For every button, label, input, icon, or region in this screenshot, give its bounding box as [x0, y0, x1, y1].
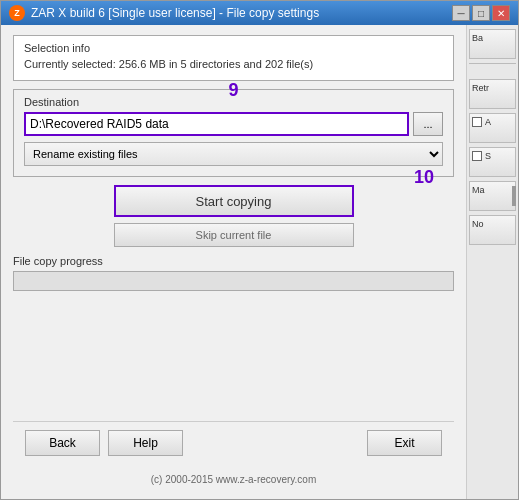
- destination-group: 9 Destination ... Rename existing files: [13, 89, 454, 177]
- selection-info-label: Selection info: [24, 42, 443, 54]
- title-controls: ─ □ ✕: [452, 5, 510, 21]
- app-icon: Z: [9, 5, 25, 21]
- step-10-number: 10: [414, 167, 434, 188]
- main-window: Z ZAR X build 6 [Single user license] - …: [0, 0, 519, 500]
- maximize-button[interactable]: □: [472, 5, 490, 21]
- bottom-bar: Back Help Exit: [13, 421, 454, 464]
- start-copy-button[interactable]: Start copying: [114, 185, 354, 217]
- sidebar-item-s[interactable]: S: [469, 147, 516, 177]
- copyright-text: (c) 2000-2015 www.z-a-recovery.com: [13, 472, 454, 489]
- skip-current-button[interactable]: Skip current file: [114, 223, 354, 247]
- minimize-button[interactable]: ─: [452, 5, 470, 21]
- window-title: ZAR X build 6 [Single user license] - Fi…: [31, 6, 319, 20]
- sidebar-item-ma[interactable]: Ma: [469, 181, 516, 211]
- destination-row: ...: [24, 112, 443, 136]
- checkbox-row-a: A: [472, 117, 491, 127]
- close-button[interactable]: ✕: [492, 5, 510, 21]
- selection-info-group: Selection info Currently selected: 256.6…: [13, 35, 454, 81]
- nav-buttons: Back Help: [25, 430, 183, 456]
- progress-section: File copy progress: [13, 255, 454, 291]
- side-tab-ma: [512, 186, 516, 206]
- main-panel: Selection info Currently selected: 256.6…: [1, 25, 466, 499]
- browse-button[interactable]: ...: [413, 112, 443, 136]
- sidebar-item-no[interactable]: No: [469, 215, 516, 245]
- help-button[interactable]: Help: [108, 430, 183, 456]
- content-area: Selection info Currently selected: 256.6…: [1, 25, 518, 499]
- checkbox-row-s: S: [472, 151, 491, 161]
- checkbox-a[interactable]: [472, 117, 482, 127]
- side-panel: Ba Retr A S Ma: [466, 25, 518, 499]
- rename-select[interactable]: Rename existing files: [24, 142, 443, 166]
- selection-info-text: Currently selected: 256.6 MB in 5 direct…: [24, 58, 443, 70]
- title-bar-left: Z ZAR X build 6 [Single user license] - …: [9, 5, 319, 21]
- sidebar-item-ba[interactable]: Ba: [469, 29, 516, 59]
- sidebar-item-a[interactable]: A: [469, 113, 516, 143]
- sidebar-item-retr[interactable]: Retr: [469, 79, 516, 109]
- step-9-number: 9: [228, 80, 238, 101]
- checkbox-s[interactable]: [472, 151, 482, 161]
- back-button[interactable]: Back: [25, 430, 100, 456]
- exit-button[interactable]: Exit: [367, 430, 442, 456]
- title-bar: Z ZAR X build 6 [Single user license] - …: [1, 1, 518, 25]
- destination-input[interactable]: [24, 112, 409, 136]
- progress-label: File copy progress: [13, 255, 454, 267]
- sidebar-item-dash: [469, 63, 516, 75]
- progress-bar-container: [13, 271, 454, 291]
- start-copy-section: 10 Start copying Skip current file: [13, 185, 454, 247]
